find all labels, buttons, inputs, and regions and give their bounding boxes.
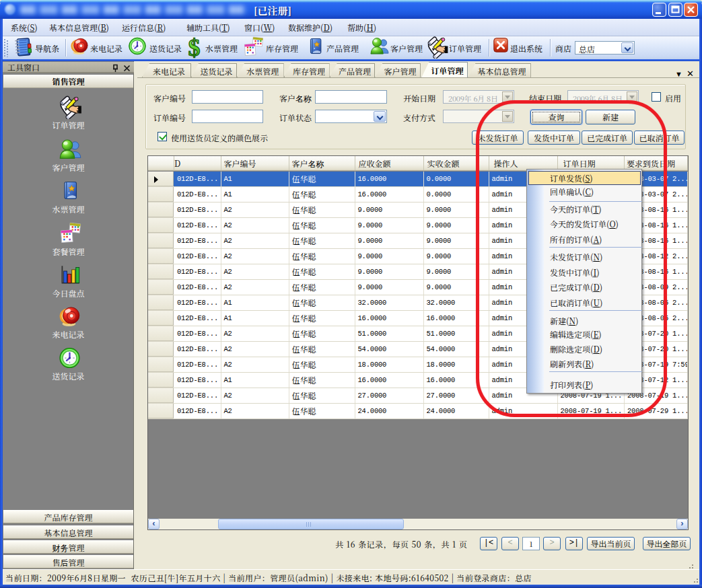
svg-text:$: $ [188, 37, 201, 59]
